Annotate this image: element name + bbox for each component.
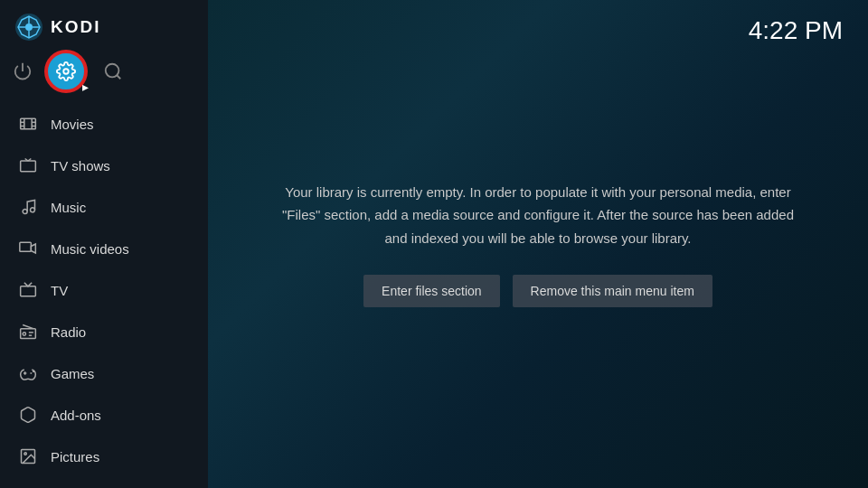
svg-point-2	[25, 23, 33, 31]
sidebar-item-pictures[interactable]: Pictures	[0, 436, 208, 477]
settings-gear-icon	[56, 61, 76, 81]
addons-icon	[18, 405, 38, 425]
sidebar-item-radio[interactable]: Radio	[0, 311, 208, 352]
svg-rect-17	[21, 161, 36, 172]
svg-line-9	[117, 75, 120, 79]
time-display: 4:22 PM	[749, 16, 843, 45]
remove-menu-item-button[interactable]: Remove this main menu item	[513, 275, 712, 307]
sidebar-item-games[interactable]: Games	[0, 352, 208, 394]
kodi-logo-icon	[14, 13, 43, 42]
music-videos-icon	[18, 239, 38, 258]
svg-point-7	[63, 69, 69, 74]
tv-shows-label: TV shows	[51, 158, 110, 174]
svg-point-30	[24, 453, 26, 455]
svg-rect-22	[20, 242, 31, 251]
tv-icon	[18, 280, 38, 300]
sidebar-item-music-videos[interactable]: Music videos	[0, 228, 208, 269]
sidebar-item-tv[interactable]: TV	[0, 269, 208, 311]
kodi-title: KODI	[51, 17, 101, 37]
enter-files-button[interactable]: Enter files section	[363, 275, 500, 307]
svg-rect-10	[21, 118, 36, 129]
sidebar-item-tv-shows[interactable]: TV shows	[0, 145, 208, 186]
sidebar-item-movies[interactable]: Movies	[0, 103, 208, 145]
power-button[interactable]	[13, 61, 33, 81]
nav-menu: Movies TV shows Music	[0, 103, 208, 488]
addons-label: Add-ons	[51, 408, 101, 423]
pictures-icon	[18, 446, 38, 466]
search-icon	[103, 61, 123, 81]
svg-point-8	[106, 64, 119, 78]
main-content: 4:22 PM Your library is currently empty.…	[208, 0, 868, 488]
library-message-container: Your library is currently empty. In orde…	[258, 163, 818, 326]
games-label: Games	[51, 366, 94, 381]
tv-label: TV	[51, 283, 68, 298]
library-empty-text: Your library is currently empty. In orde…	[276, 181, 800, 250]
action-buttons: Enter files section Remove this main men…	[276, 275, 800, 307]
games-icon	[18, 363, 38, 383]
power-icon	[13, 61, 33, 81]
music-videos-label: Music videos	[51, 241, 129, 257]
settings-button[interactable]: ▸	[45, 51, 87, 92]
search-button[interactable]	[103, 61, 123, 81]
pictures-label: Pictures	[51, 449, 99, 465]
svg-point-26	[23, 333, 25, 335]
music-icon	[18, 197, 38, 217]
movies-icon	[18, 114, 38, 134]
movies-label: Movies	[51, 117, 94, 132]
sidebar-item-addons[interactable]: Add-ons	[0, 394, 208, 436]
tv-shows-icon	[18, 155, 38, 175]
radio-label: Radio	[51, 324, 86, 340]
music-label: Music	[51, 200, 86, 215]
sidebar: KODI ▸	[0, 0, 208, 488]
svg-marker-23	[31, 244, 35, 253]
svg-rect-24	[21, 286, 36, 296]
radio-icon	[18, 322, 38, 342]
sidebar-item-music[interactable]: Music	[0, 186, 208, 228]
